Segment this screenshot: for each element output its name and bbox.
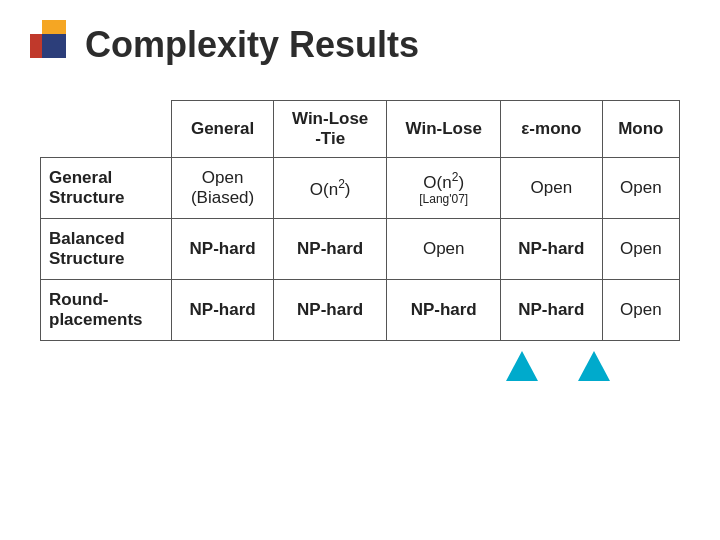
arrow-up-right bbox=[578, 351, 610, 381]
cell-general-epsilon-mono: Open bbox=[500, 158, 602, 219]
col-header-general: General bbox=[172, 101, 274, 158]
header-decoration bbox=[30, 20, 70, 70]
cell-balanced-general: NP-hard bbox=[172, 219, 274, 280]
cell-round-winlose-tie: NP-hard bbox=[273, 280, 387, 341]
cell-balanced-epsilon-mono: NP-hard bbox=[500, 219, 602, 280]
table-header-row: General Win-Lose-Tie Win-Lose ε-mono Mon… bbox=[41, 101, 680, 158]
row-label-roundplacements: Round-placements bbox=[41, 280, 172, 341]
arrows-row bbox=[30, 351, 690, 381]
cell-round-winlose: NP-hard bbox=[387, 280, 501, 341]
cell-general-mono: Open bbox=[602, 158, 679, 219]
cell-balanced-mono: Open bbox=[602, 219, 679, 280]
cell-balanced-winlose-tie: NP-hard bbox=[273, 219, 387, 280]
row-label-balanced-structure: BalancedStructure bbox=[41, 219, 172, 280]
table-row: BalancedStructure NP-hard NP-hard Open N… bbox=[41, 219, 680, 280]
table-wrapper: General Win-Lose-Tie Win-Lose ε-mono Mon… bbox=[40, 100, 680, 341]
slide: Complexity Results General Win-Lose-Tie … bbox=[0, 0, 720, 540]
cell-round-mono: Open bbox=[602, 280, 679, 341]
cell-general-winlose-tie: O(n2) bbox=[273, 158, 387, 219]
table-row: Round-placements NP-hard NP-hard NP-hard… bbox=[41, 280, 680, 341]
col-header-winlose: Win-Lose bbox=[387, 101, 501, 158]
col-header-winlose-tie: Win-Lose-Tie bbox=[273, 101, 387, 158]
arrow-up-left bbox=[506, 351, 538, 381]
cell-general-winlose: O(n2)[Lang'07] bbox=[387, 158, 501, 219]
cell-general-general: Open(Biased) bbox=[172, 158, 274, 219]
deco-square-blue bbox=[42, 34, 66, 58]
complexity-table: General Win-Lose-Tie Win-Lose ε-mono Mon… bbox=[40, 100, 680, 341]
page-title: Complexity Results bbox=[85, 24, 419, 66]
cell-balanced-winlose: Open bbox=[387, 219, 501, 280]
col-header-empty bbox=[41, 101, 172, 158]
table-row: GeneralStructure Open(Biased) O(n2) O(n2… bbox=[41, 158, 680, 219]
col-header-mono: Mono bbox=[602, 101, 679, 158]
col-header-epsilon-mono: ε-mono bbox=[500, 101, 602, 158]
row-label-general-structure: GeneralStructure bbox=[41, 158, 172, 219]
cell-round-general: NP-hard bbox=[172, 280, 274, 341]
header: Complexity Results bbox=[30, 20, 690, 70]
cell-round-epsilon-mono: NP-hard bbox=[500, 280, 602, 341]
